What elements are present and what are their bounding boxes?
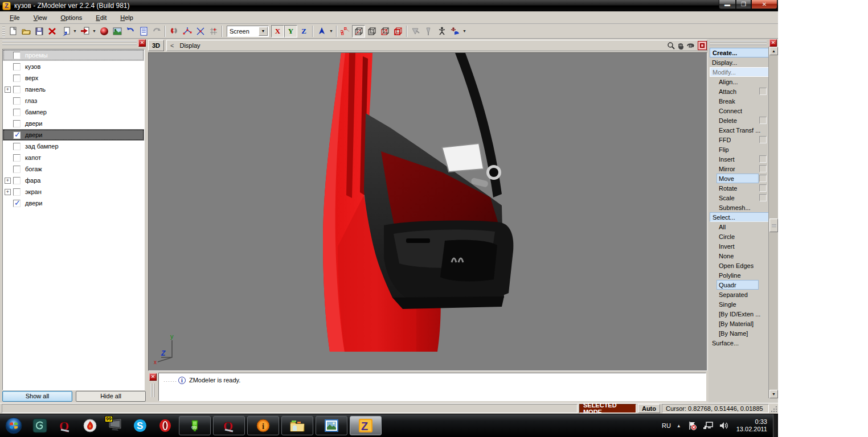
save-icon[interactable] [32,25,46,38]
wire-cube-mode-icon[interactable] [352,25,365,38]
minimize-button[interactable]: ▬ [719,0,736,9]
command-item[interactable]: Display... [710,57,769,67]
import-dropdown-icon[interactable]: ▼ [72,25,78,38]
break-vertices-icon[interactable] [194,25,207,38]
list-item[interactable]: + глаз [3,95,144,106]
command-item[interactable]: Surface... [710,338,769,348]
command-option-box[interactable] [759,155,767,163]
command-item[interactable]: Mirror [710,164,769,174]
visibility-checkbox[interactable] [13,143,21,150]
close-button[interactable]: ✕ [751,0,777,9]
scrollbar-thumb[interactable] [769,218,778,232]
image-viewer-open[interactable] [316,416,347,435]
commands-scrollbar[interactable]: ▲ ▼ [768,47,778,398]
language-indicator[interactable]: RU [662,422,671,429]
list-item[interactable]: + двери [3,118,144,129]
qip-green-open[interactable]: qIp [179,416,211,435]
command-item[interactable]: Invert [710,241,769,251]
hide-all-button[interactable]: Hide all [76,391,146,402]
orbit-icon[interactable] [686,41,695,51]
command-option-box[interactable] [759,184,767,192]
axis-z-toggle[interactable]: Z [297,25,310,38]
monitor-app-icon[interactable]: 99 [104,416,126,435]
normals-dropdown-icon[interactable]: ▼ [328,25,334,38]
command-item[interactable]: Align... [710,77,769,86]
list-item[interactable]: + фара [3,175,144,186]
menu-item[interactable]: Options [55,13,87,22]
log-document-icon[interactable] [137,25,150,38]
axis-x-toggle[interactable]: X [271,25,284,38]
command-item[interactable]: Create... [710,48,769,57]
command-item[interactable]: Modify... [710,67,769,77]
viewport-tab-label[interactable]: Display [179,42,200,49]
skin-tools-icon[interactable] [448,25,461,38]
panel-drag-grip[interactable] [710,40,767,46]
scroll-up-icon[interactable]: ▲ [769,47,778,55]
list-item[interactable]: + верх [3,72,144,84]
shaded-cube-mode-icon[interactable] [365,25,378,38]
expand-icon[interactable]: + [5,189,11,195]
new-document-icon[interactable] [6,25,19,38]
zoom-icon[interactable] [666,41,676,51]
clock[interactable]: 0:33 13.02.2011 [736,418,767,433]
viewport-mode-button[interactable]: 3D [148,40,164,51]
list-item[interactable]: + проемы [3,50,144,61]
visibility-checkbox[interactable] [13,188,21,196]
import-icon[interactable] [59,25,72,38]
list-item[interactable]: + богаж [3,163,144,175]
close-icon[interactable]: ✕ [149,373,157,381]
auto-button[interactable]: Auto [638,404,660,413]
weld-vertices-icon[interactable] [181,25,194,38]
visibility-checkbox[interactable] [13,109,21,116]
visibility-checkbox[interactable] [13,131,21,139]
command-item[interactable]: FFD [710,135,769,145]
volume-icon[interactable] [719,420,729,431]
command-item[interactable]: Break [710,96,769,106]
visibility-checkbox[interactable] [13,166,21,173]
visibility-checkbox[interactable] [13,177,21,184]
command-item[interactable]: Scale [710,193,769,203]
list-item[interactable]: + двери [3,129,144,141]
action-center-flag-icon[interactable] [687,420,697,431]
command-item[interactable]: Attach [710,86,769,96]
axis-y-toggle[interactable]: Y [284,25,297,38]
list-item[interactable]: + панель [3,84,144,95]
command-item[interactable]: Delete [710,116,769,125]
menu-item[interactable]: Edit [91,13,112,22]
command-option-box[interactable] [759,165,767,172]
menu-item[interactable]: View [28,13,52,22]
zmodeler-active[interactable]: Z [350,416,382,435]
start-button[interactable] [1,416,26,435]
skype-icon[interactable]: S [129,416,152,435]
command-item[interactable]: Exact Transf ... [710,125,769,135]
menu-item[interactable]: Help [115,13,138,22]
command-option-box[interactable] [759,175,767,182]
explorer-open[interactable] [281,416,313,435]
command-item[interactable]: Select... [710,212,769,222]
visibility-checkbox[interactable] [13,154,21,162]
command-option-box[interactable] [759,117,767,124]
opera-icon[interactable] [154,416,177,435]
chevron-down-icon[interactable]: ▼ [259,27,268,36]
panel-drag-grip[interactable] [2,40,137,46]
command-item[interactable]: Circle [710,232,769,241]
command-option-box[interactable] [759,88,767,95]
bones-figure-icon[interactable] [435,25,448,38]
expand-icon[interactable]: + [5,178,11,184]
command-item[interactable]: Connect [710,106,769,116]
magnet-snap-icon[interactable] [167,25,181,38]
vertices-mode-icon[interactable] [339,25,352,38]
normals-cone-icon[interactable] [315,25,328,38]
command-option-box[interactable] [759,194,767,201]
close-icon[interactable]: ✕ [138,39,146,47]
visibility-checkbox[interactable] [13,200,21,207]
list-item[interactable]: + кузов [3,61,144,72]
hidden-icons-arrow[interactable]: ▲ [677,423,681,428]
command-item[interactable]: Open Edges [710,261,769,270]
show-all-button[interactable]: Show all [2,391,72,402]
title-bar[interactable]: Z кузов - ZModeler ver 2.2.4 (Build 981)… [0,0,778,11]
command-item[interactable]: Insert [710,154,769,164]
texture-browser-icon[interactable] [110,25,124,38]
scroll-down-icon[interactable]: ▼ [769,390,778,398]
list-item[interactable]: + капот [3,152,144,163]
